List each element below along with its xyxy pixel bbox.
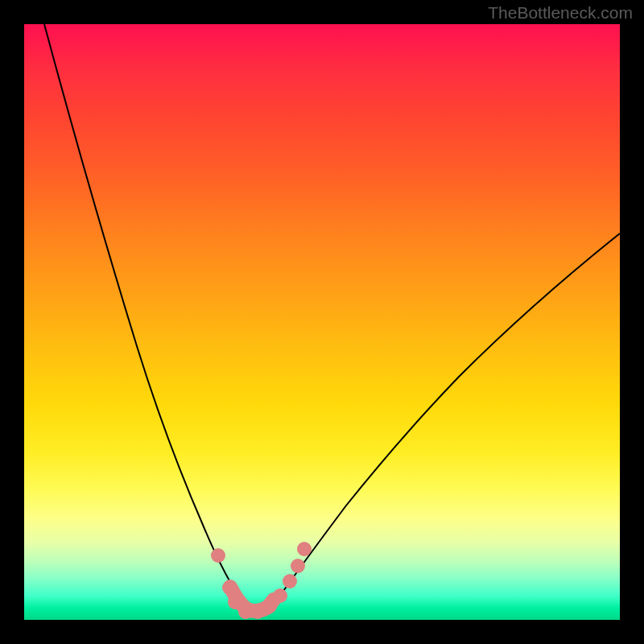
chart-marker — [211, 548, 225, 563]
chart-marker — [297, 542, 312, 556]
watermark-text: TheBottleneck.com — [488, 3, 633, 23]
bottleneck-curve-left — [44, 24, 258, 613]
chart-container — [24, 24, 620, 620]
chart-marker — [291, 559, 305, 573]
chart-marker — [222, 580, 237, 595]
chart-svg — [24, 24, 620, 620]
chart-marker — [273, 588, 287, 603]
chart-marker — [283, 574, 297, 588]
chart-marker — [262, 599, 277, 613]
bottleneck-curve-right — [258, 233, 620, 613]
